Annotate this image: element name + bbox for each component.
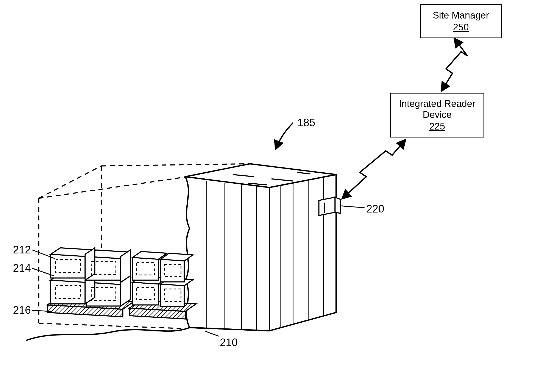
label-185: 185 [297,116,315,129]
svg-line-20 [39,166,101,198]
site-manager-ref: 250 [453,22,469,33]
integrated-reader-title-2: Device [423,109,452,120]
label-212: 212 [13,243,31,256]
container-solid [185,164,336,331]
integrated-reader-box: Integrated Reader Device 225 [390,93,484,137]
leader-220 [341,206,365,208]
boxes-cases [51,248,193,307]
rf-link-tag-ird [343,140,405,198]
site-manager-box: Site Manager 250 [420,4,502,38]
label-214: 214 [13,262,31,274]
integrated-reader-ref: 225 [429,121,445,132]
diagram-svg [0,0,535,392]
tag-220 [319,197,340,215]
label-216: 216 [13,304,31,316]
svg-line-16 [39,323,187,329]
svg-line-17 [39,177,187,198]
label-210: 210 [220,336,238,349]
pointer-185 [276,123,293,149]
leader-210 [205,331,219,336]
svg-line-19 [101,164,250,166]
label-220: 220 [366,203,384,215]
rf-link-ird-sm [442,39,468,90]
integrated-reader-title-1: Integrated Reader [399,98,475,109]
site-manager-title: Site Manager [433,10,489,21]
